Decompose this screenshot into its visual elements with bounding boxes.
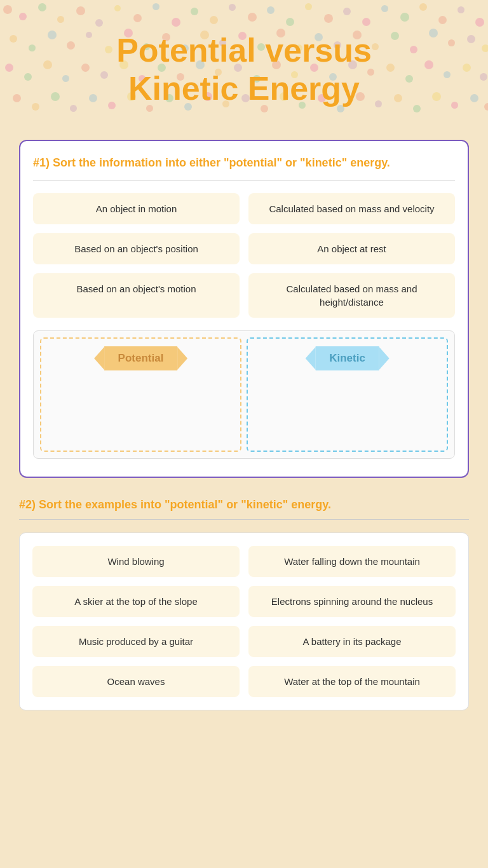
section1-divider [33, 180, 455, 180]
potential-arrow-left [94, 347, 104, 370]
section2-divider [19, 519, 469, 520]
header-section: Potential versus Kinetic Energy [0, 0, 488, 133]
page-title: Potential versus Kinetic Energy [116, 32, 372, 108]
section2-item[interactable]: Water falling down the mountain [248, 546, 456, 577]
section2-item[interactable]: Water at the top of the mountain [248, 666, 456, 697]
kinetic-arrow-left [305, 347, 315, 370]
section1-items-grid: An object in motionCalculated based on m… [33, 193, 455, 318]
kinetic-banner: Kinetic [315, 346, 379, 370]
section2-item[interactable]: A battery in its package [248, 626, 456, 657]
main-content: #1) Sort the information into either "po… [0, 133, 488, 749]
kinetic-drop-zone[interactable]: Kinetic [247, 337, 448, 452]
potential-drop-area[interactable] [48, 377, 234, 440]
section2-box: #2) Sort the examples into "potential" o… [19, 498, 469, 710]
section1-item[interactable]: Based on an object's position [33, 233, 240, 264]
section2-item[interactable]: Wind blowing [32, 546, 240, 577]
section2-item[interactable]: A skier at the top of the slope [32, 586, 240, 617]
section2-item[interactable]: Music produced by a guitar [32, 626, 240, 657]
section1-item[interactable]: Based on an object's motion [33, 273, 240, 318]
section1-title: #1) Sort the information into either "po… [33, 156, 455, 170]
kinetic-arrow-right [379, 347, 390, 370]
kinetic-drop-area[interactable] [254, 377, 440, 440]
section2-items-grid: Wind blowingWater falling down the mount… [19, 532, 469, 710]
section1-box: #1) Sort the information into either "po… [19, 140, 469, 478]
section1-item[interactable]: Calculated based on mass and velocity [248, 193, 455, 224]
section2-title: #2) Sort the examples into "potential" o… [19, 498, 469, 512]
potential-banner: Potential [104, 346, 178, 370]
potential-drop-zone[interactable]: Potential [40, 337, 241, 452]
potential-arrow-right [177, 347, 187, 370]
section2-item[interactable]: Electrons spinning around the nucleus [248, 586, 456, 617]
section1-item[interactable]: An object at rest [248, 233, 455, 264]
section1-item[interactable]: Calculated based on mass and height/dist… [248, 273, 455, 318]
section2-item[interactable]: Ocean waves [32, 666, 240, 697]
section1-item[interactable]: An object in motion [33, 193, 240, 224]
